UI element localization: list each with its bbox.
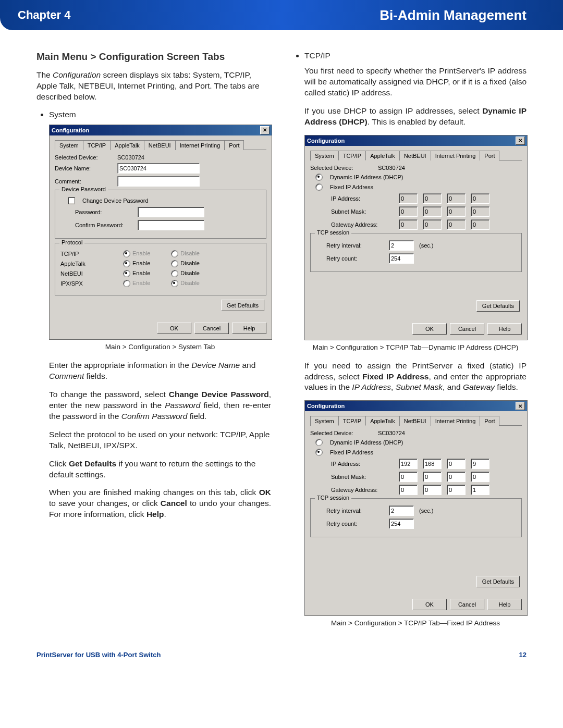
get-defaults-button[interactable]: Get Defaults xyxy=(476,576,520,587)
selected-device-label: Selected Device: xyxy=(310,165,373,171)
tab-netbeui[interactable]: NetBEUI xyxy=(399,416,431,426)
tab-tcpip[interactable]: TCP/IP xyxy=(338,151,366,161)
selected-device-label: Selected Device: xyxy=(55,154,112,161)
tab-appletalk[interactable]: AppleTalk xyxy=(365,416,400,426)
selected-device-value: SC030724 xyxy=(378,430,405,436)
tab-internet-printing[interactable]: Internet Printing xyxy=(431,151,481,161)
fixed-ip-label: Fixed IP Address xyxy=(330,184,373,190)
cancel-button[interactable]: Cancel xyxy=(194,323,229,334)
device-password-fieldset: Device Password Change Device Password P… xyxy=(55,190,266,239)
ok-button[interactable]: OK xyxy=(157,323,191,334)
change-password-checkbox[interactable] xyxy=(68,197,75,204)
para-tcpip-3: If you need to assign the PrintServer a … xyxy=(304,361,527,393)
confirm-password-label: Confirm Password: xyxy=(75,222,132,228)
tcpip-enable-radio xyxy=(123,250,130,257)
help-button[interactable]: Help xyxy=(232,323,266,334)
page-footer: PrintServer for USB with 4-Port Switch 1… xyxy=(0,641,563,659)
tab-tcpip[interactable]: TCP/IP xyxy=(83,140,111,150)
right-column: TCP/IP You first need to specify whether… xyxy=(292,51,527,636)
confirm-password-input[interactable] xyxy=(138,220,204,230)
help-button[interactable]: Help xyxy=(487,323,522,335)
dialog-title: Configuration xyxy=(307,403,345,409)
tcpip-disable-radio xyxy=(171,250,178,257)
get-defaults-button[interactable]: Get Defaults xyxy=(476,300,520,312)
cancel-button[interactable]: Cancel xyxy=(450,599,484,610)
tab-port[interactable]: Port xyxy=(224,140,244,150)
gw-1[interactable] xyxy=(399,485,418,495)
fixed-ip-radio[interactable] xyxy=(315,183,323,191)
tcp-session-legend: TCP session xyxy=(315,495,351,501)
dialog-titlebar[interactable]: Configuration ✕ xyxy=(305,135,527,146)
caption-tcpip-fixed: Main > Configuration > TCP/IP Tab—Fixed … xyxy=(304,619,527,627)
close-icon[interactable]: ✕ xyxy=(260,126,270,134)
mask-1[interactable] xyxy=(399,472,418,482)
netbeui-enable-radio[interactable] xyxy=(123,270,130,277)
dynamic-ip-radio[interactable] xyxy=(315,439,323,446)
mask-2[interactable] xyxy=(423,472,442,482)
ip-3 xyxy=(447,193,466,204)
retry-interval-unit: (sec.) xyxy=(419,242,434,249)
device-name-input[interactable] xyxy=(117,163,200,174)
help-button[interactable]: Help xyxy=(487,599,522,610)
tab-appletalk[interactable]: AppleTalk xyxy=(365,151,400,161)
tab-internet-printing[interactable]: Internet Printing xyxy=(431,416,481,426)
mask-4[interactable] xyxy=(471,472,489,482)
page: Chapter 4 Bi-Admin Management Main Menu … xyxy=(0,0,563,680)
tab-port[interactable]: Port xyxy=(480,151,499,161)
selected-device-label: Selected Device: xyxy=(310,430,373,436)
ip-2[interactable] xyxy=(423,459,442,469)
device-name-label: Device Name: xyxy=(55,165,112,171)
gw-4[interactable] xyxy=(471,485,489,495)
close-icon[interactable]: ✕ xyxy=(516,137,525,145)
tab-internet-printing[interactable]: Internet Printing xyxy=(175,140,225,150)
get-defaults-button[interactable]: Get Defaults xyxy=(221,300,264,311)
netbeui-disable-radio[interactable] xyxy=(171,270,178,277)
ip-4 xyxy=(471,193,489,204)
cancel-button[interactable]: Cancel xyxy=(450,323,484,335)
dialog-titlebar[interactable]: Configuration ✕ xyxy=(50,125,272,135)
ok-button[interactable]: OK xyxy=(412,323,447,335)
retry-interval-label: Retry interval: xyxy=(326,242,384,249)
retry-interval-input[interactable] xyxy=(389,505,414,516)
gw-2[interactable] xyxy=(423,485,442,495)
mask-3[interactable] xyxy=(447,472,466,482)
bullet-list-right: TCP/IP xyxy=(292,51,527,60)
retry-count-input[interactable] xyxy=(389,253,414,264)
tab-system[interactable]: System xyxy=(310,416,339,426)
password-input[interactable] xyxy=(138,207,204,217)
close-icon[interactable]: ✕ xyxy=(516,402,525,410)
ip-1[interactable] xyxy=(399,459,418,469)
dynamic-ip-label: Dynamic IP Address (DHCP) xyxy=(330,439,403,446)
ip-1 xyxy=(399,193,418,204)
protocol-legend: Protocol xyxy=(59,239,84,245)
config-dialog-system: Configuration ✕ System TCP/IP AppleTalk … xyxy=(49,125,272,340)
ip-3[interactable] xyxy=(447,459,466,469)
proto-ipxspx-label: IPX/SPX xyxy=(60,280,118,287)
tab-port[interactable]: Port xyxy=(480,416,499,426)
tab-system[interactable]: System xyxy=(310,151,339,161)
ip-4[interactable] xyxy=(471,459,489,469)
appletalk-disable-radio[interactable] xyxy=(171,260,178,267)
proto-tcpip-label: TCP/IP xyxy=(60,251,118,257)
ipxspx-enable-radio xyxy=(123,280,130,287)
dialog-titlebar[interactable]: Configuration ✕ xyxy=(305,401,527,411)
ok-button[interactable]: OK xyxy=(412,599,447,610)
tab-netbeui[interactable]: NetBEUI xyxy=(399,151,431,161)
retry-count-input[interactable] xyxy=(389,519,414,529)
tab-system[interactable]: System xyxy=(55,140,83,150)
dynamic-ip-radio[interactable] xyxy=(315,174,323,181)
left-column: Main Menu > Configuration Screen Tabs Th… xyxy=(36,51,271,636)
proto-netbeui-label: NetBEUI xyxy=(60,270,118,277)
gw-2 xyxy=(423,219,442,230)
tab-netbeui[interactable]: NetBEUI xyxy=(144,140,176,150)
appletalk-enable-radio[interactable] xyxy=(123,260,130,267)
tab-tcpip[interactable]: TCP/IP xyxy=(338,416,366,426)
para-tcpip-1: You first need to specify whether the Pr… xyxy=(304,66,527,98)
fixed-ip-radio[interactable] xyxy=(315,449,323,456)
tab-appletalk[interactable]: AppleTalk xyxy=(110,140,144,150)
ipxspx-disable-radio xyxy=(171,280,178,287)
comment-input[interactable] xyxy=(117,176,200,187)
intro-paragraph: The Configuration screen displays six ta… xyxy=(36,70,271,103)
gw-3[interactable] xyxy=(447,485,466,495)
retry-interval-input[interactable] xyxy=(389,240,414,251)
